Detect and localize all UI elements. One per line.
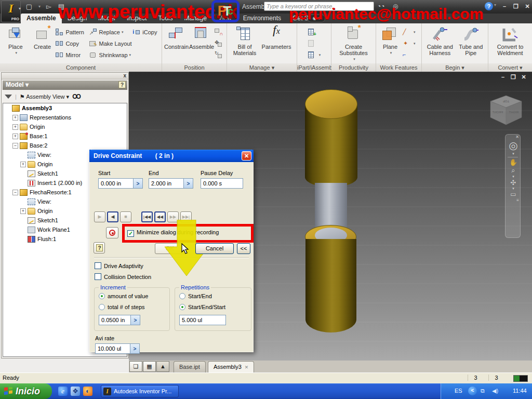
increment-flyout-button[interactable]: > bbox=[131, 315, 140, 325]
volume-tray-icon[interactable]: ◀) bbox=[492, 388, 498, 394]
tree-item-base-2[interactable]: −Base:2 bbox=[3, 141, 127, 150]
icopy-button[interactable]: i iCopy bbox=[132, 26, 159, 38]
tree-expander-icon[interactable]: + bbox=[20, 208, 26, 214]
collision-detection-checkbox[interactable] bbox=[95, 273, 101, 280]
go-to-start-button[interactable]: |◀◀ bbox=[141, 211, 153, 222]
panel-label-productivity[interactable]: Productivity bbox=[331, 63, 376, 72]
tube-pipe-button[interactable]: Tube and Pipe bbox=[456, 24, 486, 62]
help-icon[interactable]: ? bbox=[485, 2, 493, 10]
orbit-icon[interactable]: ✣ bbox=[506, 179, 521, 187]
amount-of-value-radio[interactable] bbox=[99, 293, 105, 299]
work-point-button[interactable]: ✦▾ bbox=[402, 38, 416, 49]
browser-help-icon[interactable]: ? bbox=[118, 81, 126, 88]
view-selector[interactable]: ⚑ Assembly View ▾ bbox=[20, 94, 69, 100]
pan-hand-icon[interactable]: ✋ bbox=[506, 158, 521, 166]
amount-of-value-radio-row[interactable]: amount of value bbox=[99, 293, 148, 299]
cable-harness-button[interactable]: Cable and Harness bbox=[424, 24, 456, 62]
tile-windows-button[interactable]: ▦ bbox=[143, 361, 156, 372]
tree-expander-icon[interactable]: + bbox=[12, 115, 18, 121]
new-file-dropdown-icon[interactable]: ▾ bbox=[34, 2, 45, 11]
tree-expander-icon[interactable]: + bbox=[20, 162, 26, 167]
pause-delay-input[interactable]: 0.000 s bbox=[201, 178, 243, 189]
taskbar-inventor-task-button[interactable]: I Autodesk Inventor Pr... bbox=[101, 385, 179, 397]
drive-adaptivity-row[interactable]: Drive Adaptivity bbox=[95, 262, 143, 269]
constrain-button[interactable]: Constrain bbox=[164, 24, 189, 62]
panel-label-component[interactable]: Component bbox=[0, 63, 162, 72]
start-end-radio[interactable] bbox=[179, 293, 185, 299]
quicklaunch-explorer-icon[interactable]: ❖ bbox=[71, 387, 80, 396]
minimize-button[interactable]: – bbox=[500, 3, 509, 10]
end-flyout-button[interactable]: > bbox=[184, 178, 193, 189]
play-reverse-button[interactable]: ◀ bbox=[107, 211, 118, 222]
drive-adaptivity-checkbox[interactable] bbox=[95, 262, 101, 269]
tree-expander-icon[interactable]: − bbox=[12, 190, 18, 195]
dialog-close-button[interactable]: ✕ bbox=[242, 151, 251, 161]
stop-button[interactable]: ■ bbox=[120, 211, 131, 222]
make-layout-button[interactable]: ✎ Make Layout bbox=[89, 38, 133, 49]
orbit-dropdown-icon[interactable]: ▾ bbox=[506, 187, 521, 191]
new-file-icon[interactable]: ▢ bbox=[24, 2, 34, 11]
browser-close-icon[interactable]: x bbox=[123, 73, 126, 78]
panel-label-convert[interactable]: Convert ▾ bbox=[488, 63, 532, 72]
tree-expander-icon[interactable]: + bbox=[12, 134, 18, 139]
dialog-help-button[interactable]: ? bbox=[94, 242, 105, 254]
end-input[interactable]: 2.000 in bbox=[149, 178, 184, 189]
record-button[interactable] bbox=[106, 227, 118, 238]
quicklaunch-ie-icon[interactable]: e bbox=[58, 387, 68, 396]
zoom-icon[interactable]: ⌕ bbox=[506, 166, 521, 175]
language-indicator[interactable]: ES bbox=[455, 388, 462, 394]
open-icon[interactable]: ▻ bbox=[44, 2, 54, 11]
browser-grab-bar[interactable]: x bbox=[2, 73, 128, 79]
total-steps-radio-row[interactable]: total # of steps bbox=[99, 304, 145, 310]
create-substitutes-button[interactable]: * Create Substitutes▾ bbox=[335, 24, 373, 62]
panel-label-work-features[interactable]: Work Features bbox=[376, 63, 421, 72]
doc-minimize-button[interactable]: – bbox=[499, 74, 507, 80]
viewcube[interactable]: TOP FRONT RIGHT bbox=[487, 94, 525, 129]
start-button[interactable]: Inicio bbox=[0, 383, 52, 399]
ucs-button[interactable]: ⌐ bbox=[402, 49, 416, 61]
collapse-button[interactable]: << bbox=[237, 243, 250, 254]
play-forward-button[interactable]: ▶ bbox=[94, 211, 105, 222]
quicklaunch-firefox-icon[interactable]: ◐ bbox=[83, 387, 92, 396]
restore-button[interactable]: ❐ bbox=[511, 3, 521, 10]
help-dropdown-icon[interactable]: ▾ bbox=[494, 3, 496, 7]
bill-of-materials-button[interactable]: Bill of Materials bbox=[229, 24, 260, 62]
expand-strip-button[interactable]: ▲ bbox=[156, 361, 169, 372]
tab-assemble[interactable]: Assemble bbox=[21, 14, 62, 23]
total-steps-radio[interactable] bbox=[99, 304, 105, 310]
doc-restore-button[interactable]: ❐ bbox=[509, 74, 517, 81]
look-at-icon[interactable]: ▭ bbox=[506, 191, 521, 198]
wheel-dropdown-icon[interactable]: ▾ bbox=[506, 152, 521, 156]
pattern-button[interactable]: Pattern bbox=[56, 26, 89, 38]
increment-value-input[interactable]: 0.0500 in bbox=[99, 315, 131, 325]
doc-tab-base[interactable]: Base.ipt bbox=[174, 361, 206, 373]
free-rotate-button[interactable]: ↻ bbox=[215, 49, 224, 61]
browser-title[interactable]: Model ▾ ? bbox=[3, 81, 127, 90]
tree-item-representations[interactable]: +Representations bbox=[3, 113, 127, 122]
free-move-button[interactable]: ✥ bbox=[215, 38, 224, 49]
panel-label-begin[interactable]: Begin ▾ bbox=[422, 63, 488, 72]
collision-detection-row[interactable]: Collision Detection bbox=[95, 273, 151, 280]
find-binoculars-icon[interactable]: OO bbox=[72, 93, 80, 100]
doc-tab-assembly3[interactable]: Assembly3✕ bbox=[208, 361, 254, 373]
doc-close-button[interactable]: ✕ bbox=[520, 74, 528, 81]
grip-snap-button[interactable]: ∩ bbox=[215, 26, 224, 38]
replace-button[interactable]: ↗ Replace▾ bbox=[89, 26, 133, 38]
tree-item-base-1[interactable]: +Base:1 bbox=[3, 131, 127, 141]
convert-weldment-button[interactable]: Convert to Weldment bbox=[492, 24, 528, 62]
hide-icons-chevron-icon[interactable]: < bbox=[468, 387, 477, 395]
panel-label-position[interactable]: Position bbox=[162, 63, 227, 72]
cascade-windows-button[interactable]: ❏ bbox=[129, 361, 142, 372]
start-input[interactable]: 0.000 in bbox=[98, 178, 134, 189]
close-button[interactable]: ✕ bbox=[523, 3, 532, 10]
copy-button[interactable]: Copy bbox=[56, 38, 89, 49]
avi-rate-input[interactable]: 10.000 ul bbox=[95, 343, 130, 354]
tree-expander-icon[interactable]: − bbox=[12, 143, 18, 149]
tree-item-origin[interactable]: +Origin bbox=[3, 122, 127, 131]
place-button[interactable]: Place▾ bbox=[2, 24, 29, 62]
tree-expander-icon[interactable]: + bbox=[12, 124, 18, 130]
steering-wheel-icon[interactable]: ◎ bbox=[506, 139, 521, 152]
start-flyout-button[interactable]: > bbox=[134, 178, 143, 189]
start-end-radio-row[interactable]: Start/End bbox=[179, 293, 212, 299]
assemble-button[interactable]: Assemble bbox=[189, 24, 215, 62]
